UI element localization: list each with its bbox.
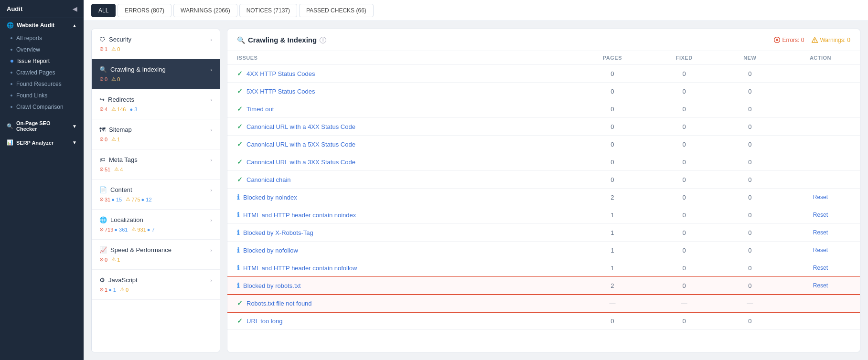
sidebar-item-found-resources[interactable]: Found Resources	[0, 78, 84, 90]
fixed-cell: 0	[650, 189, 719, 206]
action-cell[interactable]: Reset	[781, 189, 860, 206]
issue-name-cell[interactable]: ℹ Blocked by X-Robots-Tag	[227, 224, 575, 242]
sidebar-onpage-section[interactable]: 🔍 On-Page SEO Checker ▼	[0, 116, 84, 136]
action-cell[interactable]: Reset	[781, 206, 860, 224]
action-cell[interactable]: Reset	[781, 259, 860, 277]
error-circle-icon	[774, 37, 780, 43]
chevron-right-icon: ›	[210, 277, 212, 283]
action-cell	[781, 83, 860, 100]
tab-all[interactable]: ALL	[91, 4, 116, 17]
issue-name-cell[interactable]: ✓ Canonical URL with a 4XX Status Code	[227, 118, 575, 136]
tab-errors[interactable]: ERRORS (807)	[118, 4, 171, 17]
issue-name-cell[interactable]: ℹ Blocked by nofollow	[227, 242, 575, 259]
section-content[interactable]: 📄 Content › ⊘ 31 ● 15 ⚠ 775 ● 12	[92, 180, 220, 210]
info-icon[interactable]: i	[320, 37, 326, 43]
section-javascript[interactable]: ⚙ JavaScript › ⊘ 1 ● 1 ⚠ 0	[92, 270, 220, 300]
warning-badge: ⚠ 0	[111, 46, 120, 52]
issue-name-cell[interactable]: ✓ 4XX HTTP Status Codes	[227, 65, 575, 83]
issue-label: Robots.txt file not found	[246, 300, 312, 307]
tab-passed[interactable]: PASSED CHECKS (66)	[299, 4, 374, 17]
new-cell: 0	[719, 136, 781, 153]
section-meta: ⊘ 31 ● 15 ⚠ 775 ● 12	[99, 196, 212, 202]
section-crawling-indexing[interactable]: 🔍 Crawling & Indexing › ⊘ 0 ⚠ 0	[92, 59, 220, 89]
sidebar-item-crawl-comparison[interactable]: Crawl Comparison	[0, 101, 84, 113]
issue-name-cell[interactable]: ✓ URL too long	[227, 312, 575, 330]
action-cell	[781, 136, 860, 153]
new-cell: 0	[719, 259, 781, 277]
sidebar-item-found-links[interactable]: Found Links	[0, 90, 84, 101]
section-meta: ⊘ 51 ⚠ 4	[99, 166, 212, 172]
status-icon: ✓	[237, 317, 243, 325]
new-cell: 0	[719, 206, 781, 224]
section-localization[interactable]: 🌐 Localization › ⊘ 719 ● 361 ⚠ 931 ● 7	[92, 210, 220, 240]
serp-label: SERP Analyzer	[16, 140, 54, 146]
sidebar-collapse-btn[interactable]: ◀	[73, 6, 77, 12]
new-cell: 0	[719, 189, 781, 206]
section-security[interactable]: 🛡 Security › ⊘ 1 ⚠ 0	[92, 29, 220, 59]
issue-name-cell[interactable]: ℹ Blocked by robots.txt	[227, 277, 575, 295]
col-action: ACTION	[781, 51, 860, 65]
issue-name-cell[interactable]: ✓ Robots.txt file not found	[227, 295, 575, 312]
action-cell[interactable]: Reset	[781, 242, 860, 259]
issue-label: Blocked by nofollow	[243, 247, 298, 254]
chevron-right-icon: ›	[210, 97, 212, 103]
status-icon: ✓	[237, 87, 243, 95]
issue-name-cell[interactable]: ℹ Blocked by noindex	[227, 189, 575, 206]
main-content: ALL ERRORS (807) WARNINGS (2066) NOTICES…	[84, 0, 868, 360]
issue-name-cell[interactable]: ℹ HTML and HTTP header contain noindex	[227, 206, 575, 224]
speed-icon: 📈	[99, 246, 107, 254]
onpage-label: On-Page SEO Checker	[16, 120, 72, 132]
dot-icon	[11, 95, 12, 96]
tab-warnings[interactable]: WARNINGS (2066)	[173, 4, 237, 17]
sidebar-item-overview[interactable]: Overview	[0, 44, 84, 55]
section-meta: ⊘ 0 ⚠ 1	[99, 136, 212, 142]
errors-stat: Errors: 0	[774, 37, 804, 43]
sidebar-item-all-reports[interactable]: All reports	[0, 32, 84, 44]
chevron-right-icon: ›	[210, 187, 212, 193]
fixed-cell: 0	[650, 65, 719, 83]
section-speed-performance[interactable]: 📈 Speed & Performance › ⊘ 0 ⚠ 1	[92, 240, 220, 270]
issue-name-cell[interactable]: ✓ 5XX HTTP Status Codes	[227, 83, 575, 100]
content-area: 🛡 Security › ⊘ 1 ⚠ 0 🔍 Crawling & Indexi…	[84, 21, 868, 360]
fixed-cell: 0	[650, 136, 719, 153]
fixed-cell: 0	[650, 153, 719, 171]
tab-notices[interactable]: NOTICES (7137)	[239, 4, 297, 17]
section-sitemap[interactable]: 🗺 Sitemap › ⊘ 0 ⚠ 1	[92, 119, 220, 149]
dot-icon	[11, 106, 12, 108]
dot-icon	[11, 37, 12, 39]
section-title: Speed & Performance	[110, 246, 171, 254]
issue-label: 4XX HTTP Status Codes	[246, 70, 315, 77]
fixed-cell: 0	[650, 206, 719, 224]
issue-name-cell[interactable]: ℹ HTML and HTTP header contain nofollow	[227, 259, 575, 277]
pages-cell: 0	[575, 65, 649, 83]
pages-cell: 1	[575, 259, 649, 277]
new-cell: —	[719, 295, 781, 312]
issue-label: Canonical URL with a 3XX Status Code	[246, 159, 355, 166]
sidebar-serp-section[interactable]: 📊 SERP Analyzer ▼	[0, 136, 84, 149]
section-redirects[interactable]: ↪ Redirects › ⊘ 4 ⚠ 146 ● 3	[92, 89, 220, 119]
issue-label: Timed out	[246, 106, 274, 113]
pages-cell: —	[575, 295, 649, 312]
issue-name-cell[interactable]: ✓ Canonical URL with a 5XX Status Code	[227, 136, 575, 153]
issue-name-cell[interactable]: ✓ Timed out	[227, 100, 575, 118]
action-cell[interactable]: Reset	[781, 277, 860, 295]
table-row: ℹ Blocked by nofollow 100Reset	[227, 242, 860, 259]
error-badge: ⊘ 719 ● 361	[99, 226, 128, 233]
action-cell[interactable]: Reset	[781, 224, 860, 242]
issue-name-cell[interactable]: ✓ Canonical URL with a 3XX Status Code	[227, 153, 575, 171]
table-row: ✓ 5XX HTTP Status Codes 000	[227, 83, 860, 100]
warning-badge: ⚠ 0	[120, 286, 129, 293]
onpage-icon: 🔍	[7, 123, 13, 129]
errors-label: Errors: 0	[782, 37, 804, 43]
section-meta-tags[interactable]: 🏷 Meta Tags › ⊘ 51 ⚠ 4	[92, 149, 220, 180]
issue-label: Blocked by robots.txt	[243, 282, 301, 289]
warnings-stat: Warnings: 0	[812, 37, 850, 43]
table-row: ✓ Timed out 000	[227, 100, 860, 118]
sidebar-label: Found Links	[16, 92, 47, 99]
sidebar-item-issue-report[interactable]: Issue Report	[0, 55, 84, 67]
sidebar-item-crawled-pages[interactable]: Crawled Pages	[0, 67, 84, 78]
sidebar-main-section[interactable]: 🌐 Website Audit ▲	[0, 18, 84, 32]
issue-name-cell[interactable]: ✓ Canonical chain	[227, 171, 575, 189]
status-icon: ✓	[237, 140, 243, 148]
issue-label: Blocked by noindex	[243, 194, 297, 201]
